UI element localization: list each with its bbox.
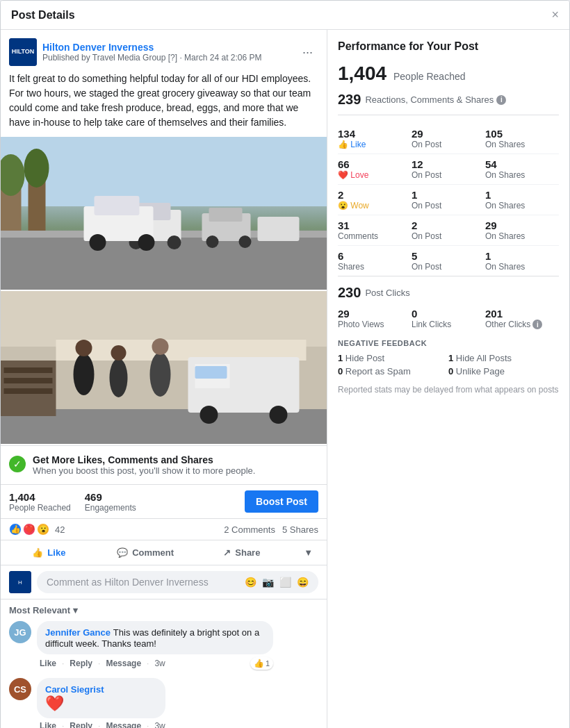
comment-reply-link[interactable]: Reply bbox=[70, 721, 92, 728]
comment-placeholder: Comment as Hilton Denver Inverness bbox=[47, 577, 209, 588]
comment-label: Comment bbox=[132, 547, 174, 558]
more-button[interactable]: ▼ bbox=[290, 542, 327, 563]
comment-reply-link[interactable]: Reply bbox=[70, 659, 92, 668]
post-menu-button[interactable]: ··· bbox=[297, 42, 318, 63]
stat-engagements-num: 469 bbox=[85, 491, 136, 503]
share-label: Share bbox=[235, 547, 260, 558]
shares-on-post-label: On Post bbox=[412, 262, 480, 272]
svg-point-29 bbox=[111, 345, 127, 361]
stats-row-wow: 2 😮 Wow 1 On Post 1 On Shares bbox=[338, 185, 559, 215]
stats-row-love: 66 ❤️ Love 12 On Post 54 On Shares bbox=[338, 154, 559, 185]
post-clicks-num: 230 bbox=[338, 285, 361, 301]
hide-post-cell: 1 Hide Post bbox=[338, 353, 448, 363]
report-spam-cell: 0 Report as Spam bbox=[338, 366, 448, 377]
sort-chevron-icon: ▾ bbox=[73, 605, 78, 615]
love-on-post: 12 bbox=[412, 158, 480, 170]
photo-views-num: 29 bbox=[338, 308, 412, 320]
wow-emoji: 😮 bbox=[37, 523, 49, 536]
svg-point-15 bbox=[206, 235, 219, 248]
comment-icon: 💬 bbox=[117, 547, 128, 558]
camera-icon[interactable]: 📷 bbox=[262, 577, 274, 588]
sort-bar[interactable]: Most Relevant ▾ bbox=[1, 599, 327, 621]
modal-title: Post Details bbox=[11, 9, 75, 22]
svg-text:H: H bbox=[18, 579, 22, 586]
svg-point-16 bbox=[239, 235, 252, 248]
info-icon: i bbox=[496, 95, 506, 105]
shares-count: 5 Shares bbox=[282, 524, 318, 535]
comments-on-shares-label: On Shares bbox=[485, 231, 553, 241]
more-icon: ▼ bbox=[304, 547, 313, 558]
other-clicks-cell: 201 Other Clicks i bbox=[485, 308, 559, 329]
commenter-name[interactable]: Jennifer Gance bbox=[45, 627, 111, 638]
svg-text:HILTON: HILTON bbox=[12, 48, 35, 55]
like-icon: 👍 bbox=[32, 547, 43, 558]
reach-label: People Reached bbox=[393, 71, 466, 82]
clicks-detail-row: 29 Photo Views 0 Link Clicks 201 Other C… bbox=[338, 308, 559, 329]
shares-label-cell: Shares bbox=[338, 262, 406, 272]
svg-rect-7 bbox=[1, 234, 327, 290]
boost-post-button[interactable]: Boost Post bbox=[245, 490, 318, 513]
stats-row-shares: 6 Shares 5 On Post 1 On Shares bbox=[338, 246, 559, 276]
post-image-2 bbox=[1, 291, 327, 444]
page-name[interactable]: Hilton Denver Inverness bbox=[42, 42, 262, 53]
comment-message-link[interactable]: Message bbox=[106, 721, 141, 728]
comment-input[interactable]: Comment as Hilton Denver Inverness 😊 📷 ⬜… bbox=[37, 571, 318, 593]
report-label: Report as Spam bbox=[345, 366, 411, 377]
post-meta-sub: Published by Travel Media Group [?] · Ma… bbox=[42, 53, 262, 63]
stat-engagements-label: Engagements bbox=[85, 503, 136, 513]
love-on-shares-label: On Shares bbox=[485, 170, 553, 180]
svg-point-12 bbox=[168, 235, 181, 249]
comment-avatar: H bbox=[9, 571, 31, 593]
commenter-name[interactable]: Carol Siegrist bbox=[45, 684, 104, 695]
promo-title: Get More Likes, Comments and Shares bbox=[33, 454, 255, 465]
wow-on-shares: 1 bbox=[485, 189, 553, 201]
comment-like-emoji: 👍 bbox=[254, 659, 264, 668]
comments-label-cell: Comments bbox=[338, 231, 406, 241]
svg-point-30 bbox=[150, 352, 171, 397]
avatar: HILTON bbox=[9, 38, 37, 66]
wow-on-shares-label: On Shares bbox=[485, 201, 553, 210]
love-label-cell: ❤️ Love bbox=[338, 170, 406, 180]
link-clicks-cell: 0 Link Clicks bbox=[412, 308, 485, 329]
comment-bubble: Jennifer Gance This was definitely a bri… bbox=[37, 621, 273, 654]
neg-title: NEGATIVE FEEDBACK bbox=[338, 339, 559, 347]
svg-point-36 bbox=[270, 406, 288, 424]
comments-count: 2 Comments bbox=[224, 524, 275, 535]
neg-row-1: 1 Hide Post 1 Hide All Posts bbox=[338, 353, 559, 363]
comments-on-post: 2 bbox=[412, 220, 480, 231]
comment-time: 3w bbox=[154, 721, 165, 728]
shares-on-post: 5 bbox=[412, 250, 480, 262]
comment-like-link[interactable]: Like bbox=[40, 721, 56, 728]
comment-like-link[interactable]: Like bbox=[40, 659, 56, 668]
close-button[interactable]: × bbox=[551, 8, 559, 22]
share-button[interactable]: ↗ Share bbox=[193, 542, 290, 563]
comment-button[interactable]: 💬 Comment bbox=[97, 542, 194, 563]
post-text: It felt great to do something helpful to… bbox=[1, 72, 327, 137]
svg-point-21 bbox=[138, 234, 155, 251]
photo-views-cell: 29 Photo Views bbox=[338, 308, 412, 329]
comment-like-count: 1 bbox=[266, 659, 270, 668]
photo-views-label: Photo Views bbox=[338, 320, 412, 329]
stat-reached-label: People Reached bbox=[9, 503, 71, 513]
svg-rect-34 bbox=[195, 366, 227, 379]
reach-number: 1,404 bbox=[338, 63, 386, 84]
negative-feedback-section: NEGATIVE FEEDBACK 1 Hide Post 1 Hide All… bbox=[338, 339, 559, 377]
comment-actions: Like · Reply · Message · 3w bbox=[37, 721, 165, 728]
sticker-icon[interactable]: 😄 bbox=[297, 577, 309, 588]
gif-icon[interactable]: ⬜ bbox=[279, 577, 291, 588]
post-panel: HILTON Hilton Denver Inverness Published… bbox=[1, 30, 327, 728]
unlike-page-cell: 0 Unlike Page bbox=[448, 366, 559, 377]
svg-point-28 bbox=[110, 358, 128, 397]
emoji-icon[interactable]: 😊 bbox=[245, 577, 256, 588]
comment-text: ❤️ bbox=[45, 695, 157, 713]
like-on-shares: 105 bbox=[485, 128, 553, 140]
comment-message-link[interactable]: Message bbox=[106, 659, 141, 668]
promo-bar: ✓ Get More Likes, Comments and Shares Wh… bbox=[1, 445, 327, 485]
unlike-label: Unlike Page bbox=[456, 366, 505, 377]
share-icon: ↗ bbox=[223, 547, 231, 558]
promo-icon: ✓ bbox=[9, 456, 26, 472]
other-clicks-num: 201 bbox=[485, 308, 559, 320]
comment-section: JG Jennifer Gance This was definitely a … bbox=[1, 621, 327, 728]
like-button[interactable]: 👍 Like bbox=[1, 542, 97, 563]
svg-rect-23 bbox=[1, 291, 327, 347]
